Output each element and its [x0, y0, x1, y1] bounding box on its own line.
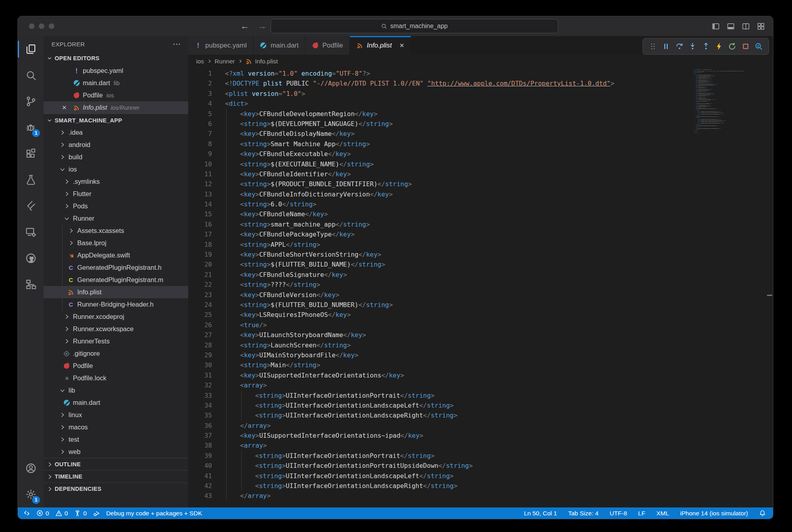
pause-icon[interactable] [661, 41, 671, 51]
status-item[interactable]: LF [638, 510, 645, 517]
command-center-search[interactable]: smart_machine_app [271, 19, 558, 33]
step-over-icon[interactable] [674, 41, 685, 51]
tree-item[interactable]: Podfile [44, 360, 188, 372]
tree-item[interactable]: web [44, 446, 188, 458]
step-into-icon[interactable] [687, 41, 698, 51]
open-editor-item[interactable]: main.dartlib [44, 77, 188, 89]
tab-main.dart[interactable]: main.dart [254, 36, 305, 55]
tab-pubspec.yaml[interactable]: !pubspec.yaml [188, 36, 254, 55]
tree-item[interactable]: CGeneratedPluginRegistrant.h [44, 261, 188, 274]
tab-Info.plist[interactable]: Info.plist✕ [350, 36, 411, 55]
tree-item[interactable]: Runner.xcworkspace [44, 323, 188, 335]
activity-item-run-debug[interactable]: 1 [18, 114, 44, 141]
status-item[interactable]: Tab Size: 4 [568, 510, 599, 517]
tree-item[interactable]: Base.lproj [44, 237, 188, 249]
activity-item-search[interactable] [18, 62, 44, 88]
activity-item-accounts[interactable] [18, 455, 44, 481]
breadcrumb-file[interactable]: Info.plist [255, 58, 278, 65]
activity-item-remote-gear[interactable] [18, 219, 44, 245]
section-header-dependencies[interactable]: DEPENDENCIES [44, 482, 188, 495]
zoom-window-button[interactable] [49, 23, 54, 29]
close-window-button[interactable] [29, 23, 34, 29]
activity-item-extensions[interactable] [18, 141, 44, 167]
tree-item[interactable]: build [44, 151, 188, 163]
tree-item[interactable]: macos [44, 421, 188, 433]
activity-item-source-control[interactable] [18, 88, 44, 114]
section-header-outline[interactable]: OUTLINE [44, 458, 188, 470]
breadcrumb-item[interactable]: Runner [215, 58, 235, 65]
tree-item[interactable]: AppDelegate.swift [44, 249, 188, 261]
line-number: 14 [188, 199, 212, 209]
tree-item[interactable]: Runner.xcodeproj [44, 311, 188, 323]
close-tab-icon[interactable]: ✕ [399, 42, 405, 49]
minimize-window-button[interactable] [39, 23, 44, 29]
tree-item[interactable]: Info.plist [44, 286, 188, 298]
tree-item[interactable]: main.dart [44, 397, 188, 409]
tree-item[interactable]: lib [44, 384, 188, 397]
section-header-timeline[interactable]: TIMELINE [44, 470, 188, 482]
status-item[interactable] [23, 510, 30, 517]
inspector-icon[interactable] [754, 41, 764, 51]
history-forward-icon[interactable]: → [258, 22, 267, 31]
activity-item-settings[interactable]: 1 [18, 481, 44, 507]
restart-icon[interactable] [727, 41, 737, 51]
step-out-icon[interactable] [701, 41, 711, 51]
tree-item[interactable]: Pods [44, 200, 188, 212]
status-item[interactable]: Debug my code + packages + SDK [106, 510, 202, 517]
minimap[interactable]: <?xml version="1.0" encoding="UTF-8"?><!… [693, 69, 767, 138]
close-icon[interactable]: ✕ [62, 104, 67, 111]
tree-item[interactable]: linux [44, 409, 188, 421]
status-item[interactable]: 0 [36, 510, 49, 517]
tree-item[interactable]: ios [44, 163, 188, 175]
tree-item[interactable]: CGeneratedPluginRegistrant.m [44, 274, 188, 286]
tab-Podfile[interactable]: Podfile [305, 36, 350, 55]
status-item[interactable] [759, 510, 766, 517]
tree-item[interactable]: Runner [44, 212, 188, 225]
toggle-panel-icon[interactable] [727, 22, 735, 31]
stop-icon[interactable] [740, 41, 751, 51]
open-editors-header[interactable]: OPEN EDITORS [44, 52, 188, 65]
chevron-right-icon [63, 191, 70, 198]
tree-item[interactable]: .idea [44, 126, 188, 139]
tree-item[interactable]: test [44, 433, 188, 446]
status-item[interactable]: UTF-8 [610, 510, 627, 517]
status-item[interactable] [93, 510, 100, 517]
status-item[interactable]: 0 [55, 510, 68, 517]
activity-item-explorer[interactable] [18, 36, 44, 62]
activity-item-testing[interactable] [18, 167, 44, 193]
customize-layout-icon[interactable] [757, 22, 765, 31]
line-number: 20 [188, 259, 212, 269]
code-text: <key>CFBundlePackageType</key> [225, 229, 355, 239]
breadcrumb[interactable]: iosRunnerInfo.plist [188, 55, 773, 68]
breadcrumb-item[interactable]: ios [196, 58, 204, 65]
status-text: Ln 50, Col 1 [524, 510, 557, 517]
more-actions-icon[interactable]: ⋯ [173, 39, 181, 49]
open-editor-item[interactable]: ✕Info.plistios/Runner [44, 101, 188, 114]
tree-item[interactable]: .symlinks [44, 175, 188, 188]
code-text: <!DOCTYPE plist PUBLIC "-//Apple//DTD PL… [225, 78, 615, 88]
project-section-header[interactable]: SMART_MACHINE_APP [44, 114, 188, 126]
toggle-sidebar-icon[interactable] [712, 22, 720, 31]
activity-item-flutter[interactable] [18, 193, 44, 219]
history-back-icon[interactable]: ← [240, 22, 249, 31]
code-editor[interactable]: 1<?xml version="1.0" encoding="UTF-8"?>2… [188, 68, 773, 507]
status-item[interactable]: Ln 50, Col 1 [524, 510, 557, 517]
status-item[interactable]: iPhone 14 (ios simulator) [680, 510, 748, 517]
tree-item[interactable]: android [44, 139, 188, 151]
status-item[interactable]: XML [657, 510, 669, 517]
open-editor-item[interactable]: Podfileios [44, 89, 188, 101]
tree-item[interactable]: .gitignore [44, 347, 188, 360]
code-line: 30<string>Main</string> [188, 360, 773, 370]
tree-item[interactable]: CRunner-Bridging-Header.h [44, 298, 188, 311]
tree-item[interactable]: RunnerTests [44, 335, 188, 347]
open-editor-item[interactable]: !pubspec.yaml [44, 65, 188, 77]
split-editor-icon[interactable] [742, 22, 750, 31]
activity-item-github[interactable] [18, 245, 44, 271]
tree-item[interactable]: Flutter [44, 188, 188, 200]
activity-item-references[interactable] [18, 271, 44, 297]
hot-reload-icon[interactable] [714, 41, 724, 51]
tree-item[interactable]: Assets.xcassets [44, 225, 188, 237]
status-item[interactable]: 0 [74, 510, 87, 517]
grip-icon[interactable] [648, 41, 658, 51]
tree-item[interactable]: ≡Podfile.lock [44, 372, 188, 384]
